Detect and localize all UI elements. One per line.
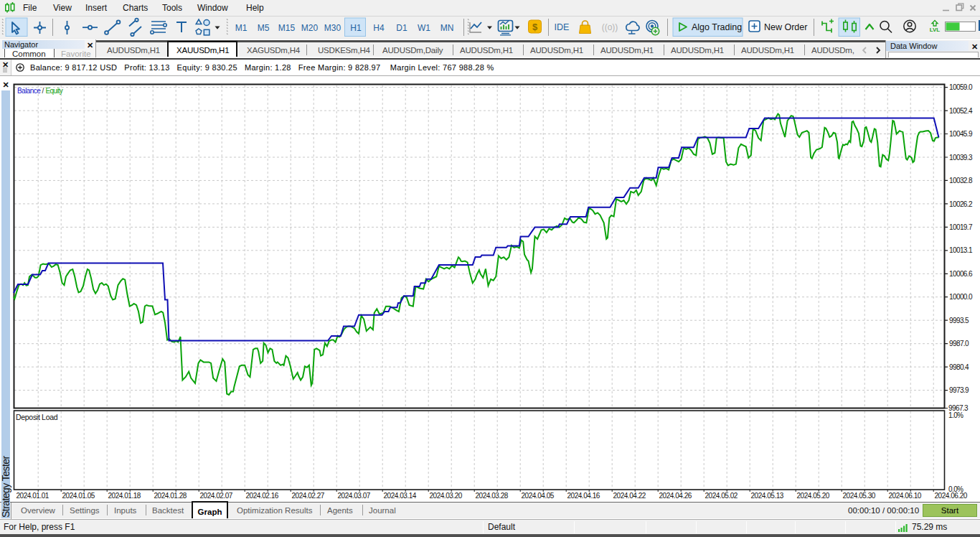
svg-text:2024.01.01: 2024.01.01 (16, 492, 49, 500)
svg-text:2024.05.02: 2024.05.02 (705, 492, 738, 500)
svg-text:M30: M30 (324, 23, 341, 33)
svg-text:M1: M1 (235, 23, 248, 33)
svg-text:2024.06.10: 2024.06.10 (888, 492, 921, 500)
svg-text:2024.04.22: 2024.04.22 (613, 492, 646, 500)
svg-text:2024.01.18: 2024.01.18 (108, 492, 141, 500)
svg-text:Algo Trading: Algo Trading (692, 22, 742, 32)
svg-text:IDE: IDE (555, 22, 570, 32)
svg-text:9987.0: 9987.0 (949, 340, 969, 347)
svg-text:2024.05.13: 2024.05.13 (750, 492, 783, 500)
svg-text:$: $ (532, 22, 538, 32)
svg-text:LVL: LVL (930, 27, 941, 33)
svg-text:2024.04.26: 2024.04.26 (659, 492, 692, 500)
svg-text:M5: M5 (258, 23, 270, 33)
svg-text:2024.03.20: 2024.03.20 (429, 492, 462, 500)
svg-text:10013.1: 10013.1 (949, 246, 973, 254)
svg-text:H4: H4 (373, 23, 385, 33)
svg-text:2024.03.28: 2024.03.28 (475, 492, 508, 500)
svg-text:2024.06.20: 2024.06.20 (934, 492, 967, 500)
svg-text:H1: H1 (350, 23, 362, 33)
svg-text:10059.0: 10059.0 (949, 83, 973, 91)
svg-text:2024.01.28: 2024.01.28 (154, 492, 187, 500)
svg-text:D1: D1 (396, 23, 407, 33)
svg-text:2024.02.07: 2024.02.07 (199, 492, 232, 500)
svg-text:MN: MN (440, 23, 454, 33)
svg-text:2024.02.27: 2024.02.27 (291, 492, 324, 500)
svg-text:10000.0: 10000.0 (949, 293, 973, 301)
svg-text:9980.4: 9980.4 (949, 363, 969, 371)
svg-text:Equity: Equity (46, 87, 63, 95)
svg-text:10026.2: 10026.2 (949, 200, 973, 208)
svg-text:Deposit Load: Deposit Load (16, 413, 58, 421)
svg-text:((o)): ((o)) (602, 22, 618, 32)
svg-text:10019.7: 10019.7 (949, 223, 973, 231)
svg-text:2024.04.16: 2024.04.16 (567, 492, 600, 500)
svg-text:10006.6: 10006.6 (949, 270, 973, 278)
svg-text:New Order: New Order (764, 22, 807, 32)
svg-text:10032.8: 10032.8 (949, 177, 973, 185)
svg-text:/: / (42, 87, 44, 95)
svg-text:M20: M20 (301, 23, 319, 33)
svg-text:W1: W1 (418, 23, 430, 33)
svg-text:10052.4: 10052.4 (949, 107, 973, 115)
svg-text:M15: M15 (278, 23, 296, 33)
svg-text:2024.05.30: 2024.05.30 (842, 492, 875, 500)
svg-text:2024.01.05: 2024.01.05 (62, 492, 95, 500)
svg-text:2024.05.20: 2024.05.20 (796, 492, 829, 500)
svg-text:1.0%: 1.0% (948, 411, 963, 419)
svg-text:2024.02.16: 2024.02.16 (245, 492, 278, 500)
svg-text:2024.03.07: 2024.03.07 (337, 492, 370, 500)
svg-text:9973.9: 9973.9 (949, 386, 969, 394)
svg-text:9993.5: 9993.5 (949, 317, 969, 324)
svg-text:2024.03.14: 2024.03.14 (383, 492, 416, 500)
svg-text:Balance: Balance (17, 87, 41, 95)
svg-text:2024.04.05: 2024.04.05 (521, 492, 554, 500)
svg-text:10045.9: 10045.9 (949, 130, 973, 138)
svg-text:10039.3: 10039.3 (949, 154, 973, 162)
